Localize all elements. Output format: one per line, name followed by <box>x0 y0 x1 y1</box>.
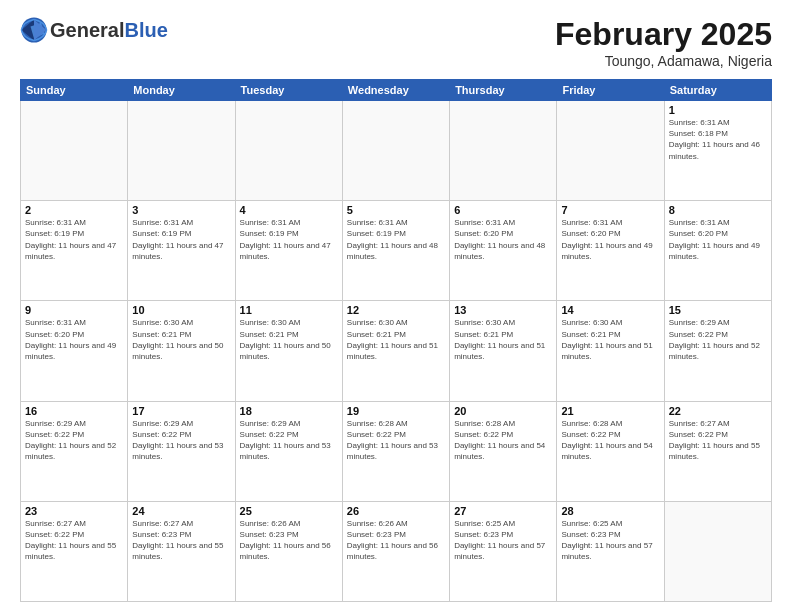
day-number: 19 <box>347 405 445 417</box>
day-info: Sunrise: 6:31 AM Sunset: 6:20 PM Dayligh… <box>25 317 123 362</box>
calendar-day-cell <box>557 101 664 201</box>
calendar-day-cell: 6Sunrise: 6:31 AM Sunset: 6:20 PM Daylig… <box>450 201 557 301</box>
calendar-day-cell: 12Sunrise: 6:30 AM Sunset: 6:21 PM Dayli… <box>342 301 449 401</box>
logo-general: General <box>50 19 124 41</box>
calendar-day-cell <box>450 101 557 201</box>
day-info: Sunrise: 6:31 AM Sunset: 6:19 PM Dayligh… <box>347 217 445 262</box>
day-info: Sunrise: 6:27 AM Sunset: 6:23 PM Dayligh… <box>132 518 230 563</box>
day-number: 17 <box>132 405 230 417</box>
day-info: Sunrise: 6:27 AM Sunset: 6:22 PM Dayligh… <box>25 518 123 563</box>
logo-icon <box>20 16 48 44</box>
calendar-day-cell: 11Sunrise: 6:30 AM Sunset: 6:21 PM Dayli… <box>235 301 342 401</box>
calendar-day-cell <box>342 101 449 201</box>
page: GeneralBlue February 2025 Toungo, Adamaw… <box>0 0 792 612</box>
day-of-week-header: Monday <box>128 80 235 101</box>
calendar-day-cell: 8Sunrise: 6:31 AM Sunset: 6:20 PM Daylig… <box>664 201 771 301</box>
day-info: Sunrise: 6:31 AM Sunset: 6:19 PM Dayligh… <box>25 217 123 262</box>
day-number: 10 <box>132 304 230 316</box>
day-of-week-header: Friday <box>557 80 664 101</box>
day-info: Sunrise: 6:27 AM Sunset: 6:22 PM Dayligh… <box>669 418 767 463</box>
calendar-day-cell: 25Sunrise: 6:26 AM Sunset: 6:23 PM Dayli… <box>235 501 342 601</box>
calendar-day-cell: 3Sunrise: 6:31 AM Sunset: 6:19 PM Daylig… <box>128 201 235 301</box>
calendar-week-row: 9Sunrise: 6:31 AM Sunset: 6:20 PM Daylig… <box>21 301 772 401</box>
calendar-day-cell <box>21 101 128 201</box>
calendar-subtitle: Toungo, Adamawa, Nigeria <box>555 53 772 69</box>
calendar-week-row: 16Sunrise: 6:29 AM Sunset: 6:22 PM Dayli… <box>21 401 772 501</box>
logo-blue: Blue <box>124 19 167 41</box>
calendar-day-cell <box>664 501 771 601</box>
calendar-day-cell: 21Sunrise: 6:28 AM Sunset: 6:22 PM Dayli… <box>557 401 664 501</box>
calendar-week-row: 2Sunrise: 6:31 AM Sunset: 6:19 PM Daylig… <box>21 201 772 301</box>
calendar-day-cell: 5Sunrise: 6:31 AM Sunset: 6:19 PM Daylig… <box>342 201 449 301</box>
day-number: 5 <box>347 204 445 216</box>
calendar-day-cell <box>128 101 235 201</box>
calendar-day-cell: 22Sunrise: 6:27 AM Sunset: 6:22 PM Dayli… <box>664 401 771 501</box>
calendar-day-cell: 9Sunrise: 6:31 AM Sunset: 6:20 PM Daylig… <box>21 301 128 401</box>
calendar-day-cell: 20Sunrise: 6:28 AM Sunset: 6:22 PM Dayli… <box>450 401 557 501</box>
day-info: Sunrise: 6:31 AM Sunset: 6:19 PM Dayligh… <box>132 217 230 262</box>
calendar-title: February 2025 <box>555 16 772 53</box>
calendar-day-cell: 16Sunrise: 6:29 AM Sunset: 6:22 PM Dayli… <box>21 401 128 501</box>
day-number: 25 <box>240 505 338 517</box>
day-number: 14 <box>561 304 659 316</box>
day-number: 13 <box>454 304 552 316</box>
calendar-day-cell: 24Sunrise: 6:27 AM Sunset: 6:23 PM Dayli… <box>128 501 235 601</box>
day-info: Sunrise: 6:29 AM Sunset: 6:22 PM Dayligh… <box>25 418 123 463</box>
calendar-day-cell: 15Sunrise: 6:29 AM Sunset: 6:22 PM Dayli… <box>664 301 771 401</box>
day-number: 16 <box>25 405 123 417</box>
day-info: Sunrise: 6:29 AM Sunset: 6:22 PM Dayligh… <box>132 418 230 463</box>
day-number: 24 <box>132 505 230 517</box>
calendar-day-cell: 2Sunrise: 6:31 AM Sunset: 6:19 PM Daylig… <box>21 201 128 301</box>
calendar-day-cell: 19Sunrise: 6:28 AM Sunset: 6:22 PM Dayli… <box>342 401 449 501</box>
day-number: 20 <box>454 405 552 417</box>
day-info: Sunrise: 6:30 AM Sunset: 6:21 PM Dayligh… <box>240 317 338 362</box>
day-info: Sunrise: 6:31 AM Sunset: 6:20 PM Dayligh… <box>669 217 767 262</box>
calendar-week-row: 23Sunrise: 6:27 AM Sunset: 6:22 PM Dayli… <box>21 501 772 601</box>
day-info: Sunrise: 6:25 AM Sunset: 6:23 PM Dayligh… <box>561 518 659 563</box>
day-info: Sunrise: 6:28 AM Sunset: 6:22 PM Dayligh… <box>347 418 445 463</box>
day-info: Sunrise: 6:31 AM Sunset: 6:20 PM Dayligh… <box>454 217 552 262</box>
day-info: Sunrise: 6:31 AM Sunset: 6:18 PM Dayligh… <box>669 117 767 162</box>
day-number: 2 <box>25 204 123 216</box>
header: GeneralBlue February 2025 Toungo, Adamaw… <box>20 16 772 69</box>
day-info: Sunrise: 6:29 AM Sunset: 6:22 PM Dayligh… <box>240 418 338 463</box>
calendar-week-row: 1Sunrise: 6:31 AM Sunset: 6:18 PM Daylig… <box>21 101 772 201</box>
calendar-day-cell: 27Sunrise: 6:25 AM Sunset: 6:23 PM Dayli… <box>450 501 557 601</box>
calendar-day-cell: 13Sunrise: 6:30 AM Sunset: 6:21 PM Dayli… <box>450 301 557 401</box>
calendar-day-cell: 14Sunrise: 6:30 AM Sunset: 6:21 PM Dayli… <box>557 301 664 401</box>
logo: GeneralBlue <box>20 16 168 44</box>
day-info: Sunrise: 6:28 AM Sunset: 6:22 PM Dayligh… <box>561 418 659 463</box>
day-info: Sunrise: 6:30 AM Sunset: 6:21 PM Dayligh… <box>347 317 445 362</box>
calendar-day-cell: 17Sunrise: 6:29 AM Sunset: 6:22 PM Dayli… <box>128 401 235 501</box>
day-number: 18 <box>240 405 338 417</box>
calendar-table: SundayMondayTuesdayWednesdayThursdayFrid… <box>20 79 772 602</box>
calendar-day-cell: 7Sunrise: 6:31 AM Sunset: 6:20 PM Daylig… <box>557 201 664 301</box>
day-number: 1 <box>669 104 767 116</box>
day-info: Sunrise: 6:26 AM Sunset: 6:23 PM Dayligh… <box>347 518 445 563</box>
calendar-day-cell: 23Sunrise: 6:27 AM Sunset: 6:22 PM Dayli… <box>21 501 128 601</box>
day-number: 4 <box>240 204 338 216</box>
calendar-day-cell <box>235 101 342 201</box>
calendar-day-cell: 1Sunrise: 6:31 AM Sunset: 6:18 PM Daylig… <box>664 101 771 201</box>
day-number: 7 <box>561 204 659 216</box>
day-number: 8 <box>669 204 767 216</box>
calendar-day-cell: 10Sunrise: 6:30 AM Sunset: 6:21 PM Dayli… <box>128 301 235 401</box>
day-of-week-header: Thursday <box>450 80 557 101</box>
day-number: 26 <box>347 505 445 517</box>
day-number: 21 <box>561 405 659 417</box>
day-info: Sunrise: 6:25 AM Sunset: 6:23 PM Dayligh… <box>454 518 552 563</box>
logo-text: GeneralBlue <box>50 19 168 42</box>
day-number: 3 <box>132 204 230 216</box>
day-of-week-header: Sunday <box>21 80 128 101</box>
day-number: 23 <box>25 505 123 517</box>
day-of-week-header: Tuesday <box>235 80 342 101</box>
day-info: Sunrise: 6:30 AM Sunset: 6:21 PM Dayligh… <box>454 317 552 362</box>
day-number: 11 <box>240 304 338 316</box>
day-info: Sunrise: 6:30 AM Sunset: 6:21 PM Dayligh… <box>561 317 659 362</box>
day-info: Sunrise: 6:26 AM Sunset: 6:23 PM Dayligh… <box>240 518 338 563</box>
calendar-day-cell: 28Sunrise: 6:25 AM Sunset: 6:23 PM Dayli… <box>557 501 664 601</box>
day-number: 12 <box>347 304 445 316</box>
day-number: 22 <box>669 405 767 417</box>
day-info: Sunrise: 6:28 AM Sunset: 6:22 PM Dayligh… <box>454 418 552 463</box>
day-info: Sunrise: 6:31 AM Sunset: 6:20 PM Dayligh… <box>561 217 659 262</box>
